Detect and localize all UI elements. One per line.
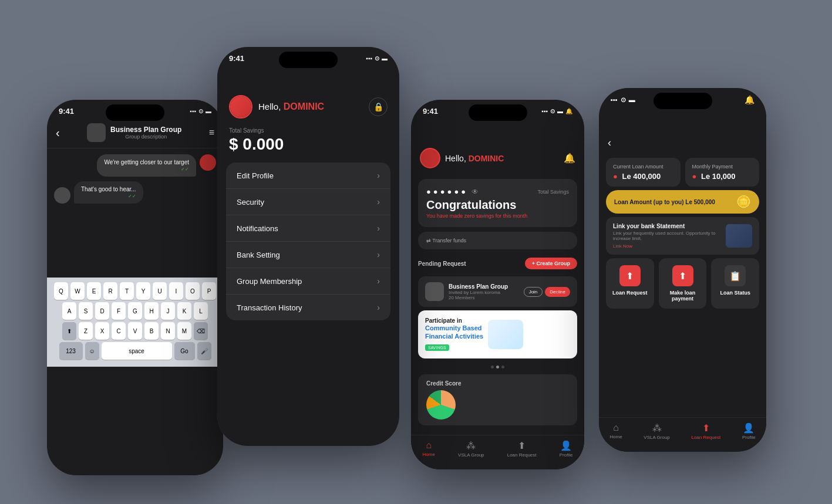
loan-slider-card[interactable]: Loan Amount (up to you) Le 500,000 🪙 [606,190,759,214]
menu-security-chevron: › [377,197,380,207]
key-k[interactable]: K [177,302,191,320]
create-group-button[interactable]: + Create Group [525,258,577,269]
dash-greeting-area: Hello, DOMINIC [420,148,504,168]
carousel-dots [411,362,584,372]
key-y[interactable]: Y [136,282,150,300]
phone4-screen: ▪▪▪ ⊙ ▬ 🔔 ‹ Current Loan Amount ● Le 400… [599,88,766,452]
dash-bell-icon[interactable]: 🔔 [564,153,575,164]
loan-request-card[interactable]: ⬆ Loan Request [606,258,654,309]
loan-actions-grid: ⬆ Loan Request ⬆ Make loan payment 📋 Loa… [606,258,759,309]
eye-icon[interactable]: 👁 [471,188,479,196]
key-mic[interactable]: 🎤 [197,342,211,360]
key-w[interactable]: W [70,282,85,300]
security-icon[interactable]: 🔒 [369,97,388,116]
p4-signal-icon: ▪▪▪ [611,96,618,103]
key-shift[interactable]: ⬆ [62,322,76,340]
congrats-sub: You have made zero savings for this mont… [426,213,569,219]
congrats-title: Congratulations [426,198,569,212]
key-e[interactable]: E [87,282,101,300]
key-g[interactable]: G [128,302,142,320]
current-loan-dot: ● [613,172,618,181]
key-emoji[interactable]: ☺ [85,342,99,360]
key-i[interactable]: I [169,282,183,300]
loan-nav-request[interactable]: ⬆ Loan Request [691,422,720,440]
loan-header: ‹ [599,107,766,155]
key-v[interactable]: V [128,322,142,340]
loan-nav-home[interactable]: ⌂ Home [609,422,622,440]
key-x[interactable]: X [95,322,109,340]
menu-item-security[interactable]: Security › [226,189,390,215]
current-loan-label: Current Loan Amount [613,164,673,170]
nav-vsla-group[interactable]: ⁂ VSLA Group [458,440,484,458]
key-j[interactable]: J [161,302,175,320]
key-u[interactable]: U [153,282,167,300]
menu-item-group-membership[interactable]: Group Membership › [226,268,390,295]
key-h[interactable]: H [144,302,159,320]
nav-home-label: Home [423,452,435,457]
dash-greeting-text: Hello, DOMINIC [445,154,504,163]
keyboard-row-3: ⬆ Z X C V B N M ⌫ [52,322,218,340]
savings-amount: $ 0.000 [217,134,399,163]
key-n[interactable]: N [161,322,175,340]
greeting-area: Hello, DOMINIC [229,95,324,119]
p4-bell-icon[interactable]: 🔔 [745,95,754,104]
key-q[interactable]: Q [54,282,68,300]
key-space[interactable]: space [102,342,172,360]
loan-status-card[interactable]: 📋 Loan Status [711,258,759,309]
dash-name: DOMINIC [469,154,504,163]
key-p[interactable]: P [202,282,216,300]
current-loan-value: ● Le 400,000 [613,172,673,181]
key-f[interactable]: F [112,302,126,320]
menu-item-transaction-history[interactable]: Transaction History › [226,295,390,320]
nav-loan-request[interactable]: ⬆ Loan Request [507,440,537,458]
key-o[interactable]: O [186,282,200,300]
key-123[interactable]: 123 [59,342,83,360]
menu-transaction-history-label: Transaction History [237,303,302,312]
make-loan-payment-card[interactable]: ⬆ Make loan payment [659,258,707,309]
key-delete[interactable]: ⌫ [194,322,208,340]
decline-button[interactable]: Decline [545,287,570,297]
phone2-menu: 9:41 ▪▪▪ ⊙ ▬ Hello, DOMINIC [217,47,399,446]
key-t[interactable]: T [120,282,134,300]
loan-home-icon: ⌂ [613,422,619,433]
loan-nav-vsla[interactable]: ⁂ VSLA Group [644,422,669,440]
phone2-container: 9:41 ▪▪▪ ⊙ ▬ Hello, DOMINIC [217,47,399,446]
phone4-bottom-nav: ⌂ Home ⁂ VSLA Group ⬆ Loan Request 👤 Pro… [599,417,766,452]
key-d[interactable]: D [95,302,109,320]
transfer-card: ⇄ Transfer funds [418,232,577,249]
loan-request-icon: ⬆ [619,265,641,286]
chat-group-name: Business Plan Group [110,126,181,134]
join-button[interactable]: Join [524,287,543,297]
key-c[interactable]: C [112,322,126,340]
menu-item-bank-setting[interactable]: Bank Setting › [226,242,390,268]
greeting-avatar [229,95,252,119]
key-l[interactable]: L [194,302,208,320]
loan-vsla-icon: ⁂ [652,422,662,434]
key-z[interactable]: Z [79,322,93,340]
phone2-time: 9:41 [229,54,244,63]
nav-home[interactable]: ⌂ Home [423,440,435,458]
p3-battery-icon: ▬ [557,108,563,114]
phone3-time: 9:41 [423,107,438,116]
group-card-name: Business Plan Group [449,283,519,290]
key-b[interactable]: B [144,322,159,340]
chat-menu-icon[interactable]: ≡ [209,127,214,138]
message-incoming: That's good to hear... ✓✓ [54,181,216,204]
link-now-button[interactable]: Link Now [613,243,721,249]
menu-item-notifications[interactable]: Notifications › [226,215,390,242]
menu-edit-profile-chevron: › [377,171,380,180]
key-a[interactable]: A [62,302,76,320]
key-m[interactable]: M [177,322,191,340]
nav-loan-label: Loan Request [507,452,537,458]
community-text-wrap: Participate in Community BasedFinancial … [425,317,483,351]
key-s[interactable]: S [79,302,93,320]
nav-profile[interactable]: 👤 Profile [560,440,573,458]
phone1-notch [106,104,164,121]
key-r[interactable]: R [103,282,117,300]
chat-back-button[interactable]: ‹ [56,126,60,140]
menu-item-edit-profile[interactable]: Edit Profile › [226,163,390,189]
loan-nav-profile[interactable]: 👤 Profile [742,422,756,440]
loan-back-button[interactable]: ‹ [608,137,611,149]
key-go[interactable]: Go [174,342,195,360]
message-text: We're getting closer to our target [104,159,189,165]
